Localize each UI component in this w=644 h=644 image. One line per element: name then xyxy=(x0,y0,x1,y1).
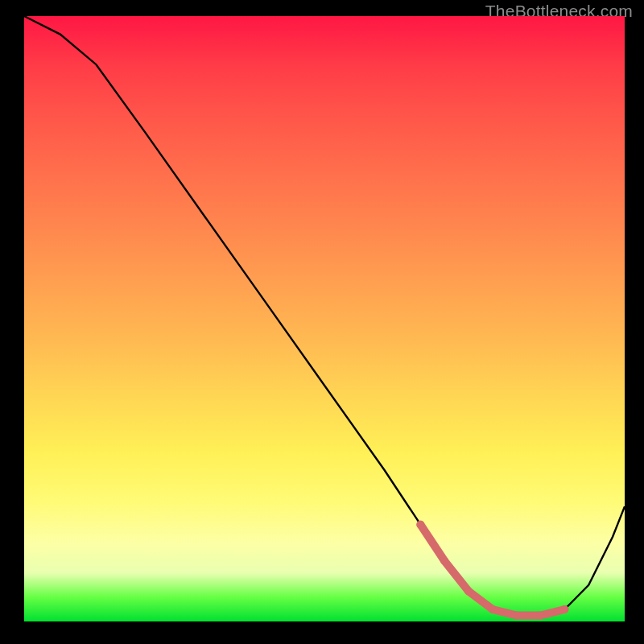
plot-area xyxy=(24,16,625,621)
chart-frame: TheBottleneck.com xyxy=(0,0,644,644)
highlight-segment-path xyxy=(420,525,564,616)
highlight-dot xyxy=(537,612,545,620)
highlight-dot xyxy=(464,587,473,595)
highlight-dot xyxy=(513,612,521,620)
highlight-dot xyxy=(416,521,424,529)
highlight-dot xyxy=(560,605,568,613)
highlight-dot xyxy=(489,605,497,613)
highlight-dot xyxy=(440,557,448,565)
bottleneck-curve-path xyxy=(24,16,625,616)
curve-svg xyxy=(24,16,625,621)
